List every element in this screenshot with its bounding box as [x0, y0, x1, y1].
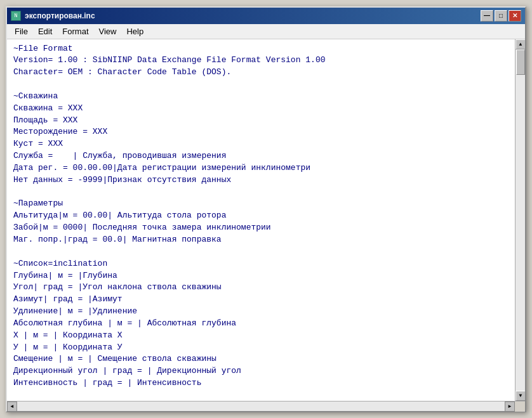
scroll-corner — [515, 402, 525, 412]
maximize-button[interactable]: □ — [495, 10, 507, 22]
hscroll-track[interactable] — [17, 402, 505, 411]
menu-bar: File Edit Format View Help — [7, 24, 525, 39]
horizontal-scrollbar[interactable]: ◄ ► — [7, 401, 525, 411]
title-bar-buttons: — □ ✕ — [481, 10, 521, 22]
menu-file[interactable]: File — [10, 25, 33, 37]
close-button[interactable]: ✕ — [509, 10, 521, 22]
vertical-scrollbar[interactable]: ▲ ▼ — [515, 39, 525, 401]
title-bar-left: N экспортирован.inc — [11, 11, 95, 21]
window-title: экспортирован.inc — [25, 11, 95, 20]
scroll-down-button[interactable]: ▼ — [515, 391, 525, 401]
scroll-right-button[interactable]: ► — [505, 402, 515, 412]
scroll-thumb[interactable] — [516, 49, 525, 75]
content-area: ~File Format Version= 1.00 : SibNIINP Da… — [7, 39, 525, 401]
title-bar: N экспортирован.inc — □ ✕ — [7, 8, 525, 24]
window-icon: N — [11, 11, 21, 21]
menu-view[interactable]: View — [94, 25, 122, 37]
menu-format[interactable]: Format — [57, 25, 93, 37]
menu-edit[interactable]: Edit — [33, 25, 57, 37]
scroll-left-button[interactable]: ◄ — [7, 402, 17, 412]
main-window: N экспортирован.inc — □ ✕ File Edit Form… — [6, 6, 526, 412]
scroll-up-button[interactable]: ▲ — [515, 39, 525, 49]
scroll-track[interactable] — [515, 49, 525, 391]
minimize-button[interactable]: — — [481, 10, 493, 22]
menu-help[interactable]: Help — [121, 25, 149, 37]
text-editor[interactable]: ~File Format Version= 1.00 : SibNIINP Da… — [7, 39, 515, 401]
